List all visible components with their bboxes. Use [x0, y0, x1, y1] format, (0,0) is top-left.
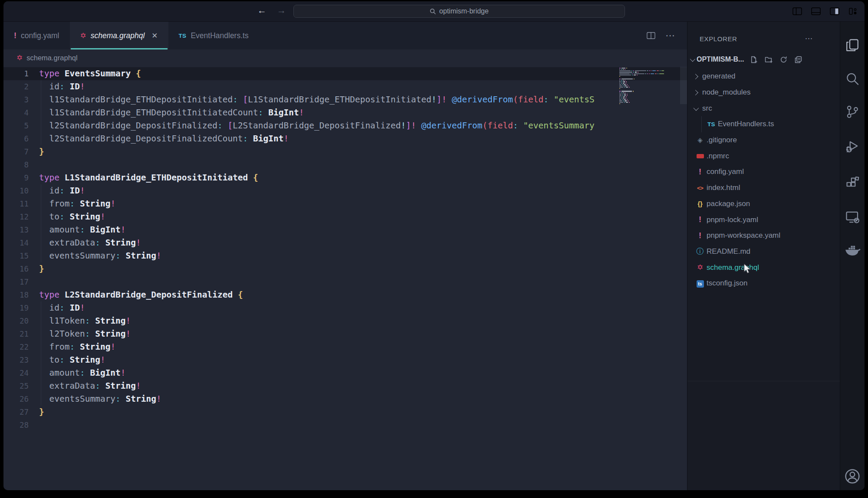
code-line-8[interactable]: 8: [3, 158, 618, 171]
code-line-21[interactable]: 21 l2Token: String!: [3, 328, 618, 341]
gitignore-icon: ◈: [697, 136, 703, 144]
file-pnpm-workspace.yaml[interactable]: !pnpm-workspace.yaml: [687, 228, 840, 244]
line-number: 17: [3, 275, 29, 288]
code-line-19[interactable]: 19 id: ID!: [3, 301, 618, 315]
code-line-10[interactable]: 10 id: ID!: [3, 184, 618, 197]
code-line-17[interactable]: 17: [3, 275, 618, 288]
tree-item-label: .npmrc: [707, 152, 729, 161]
file-tsconfig.json[interactable]: tstsconfig.json: [687, 275, 840, 292]
code-line-13[interactable]: 13 amount: BigInt!: [3, 223, 618, 236]
extensions-icon[interactable]: [845, 175, 860, 190]
code-line-2[interactable]: 2 id: ID!: [3, 80, 618, 93]
code-line-11[interactable]: 11 from: String!: [3, 197, 618, 210]
command-center-search[interactable]: optimism-bridge: [293, 5, 625, 18]
workspace-section-header[interactable]: OPTIMISM-B...: [690, 53, 840, 66]
code-line-16[interactable]: 16}: [3, 262, 618, 275]
code-line-3[interactable]: 3 l1StandardBridge_ETHDepositInitiated: …: [3, 93, 618, 106]
typescript-icon: TS: [707, 121, 715, 128]
code-line-1[interactable]: 1type EventsSummary {: [3, 67, 687, 80]
history-back-icon[interactable]: ←: [257, 5, 266, 16]
tab-config.yaml[interactable]: !config.yaml: [3, 22, 70, 49]
line-number: 1: [3, 67, 29, 80]
split-editor-icon[interactable]: [646, 31, 656, 40]
source-control-icon[interactable]: [845, 104, 860, 119]
file-.gitignore[interactable]: ◈.gitignore: [687, 132, 840, 148]
line-number: 11: [3, 197, 29, 210]
code-line-7[interactable]: 7}: [3, 145, 618, 158]
breadcrumb[interactable]: ✡ schema.graphql: [3, 49, 687, 66]
graphql-icon: ✡: [16, 53, 23, 62]
tree-item-label: src: [702, 104, 712, 113]
breadcrumb-file: schema.graphql: [26, 54, 77, 62]
editor-more-actions-icon[interactable]: ⋯: [665, 30, 675, 41]
code-line-27[interactable]: 27}: [3, 406, 618, 419]
account-icon[interactable]: [844, 468, 861, 485]
file-pnpm-lock.yaml[interactable]: !pnpm-lock.yaml: [687, 212, 840, 228]
file-package.json[interactable]: {}package.json: [687, 196, 840, 212]
collapse-all-icon[interactable]: [795, 56, 802, 63]
docker-icon[interactable]: [844, 244, 861, 259]
new-file-icon[interactable]: [750, 56, 757, 63]
folder-node_modules[interactable]: node_modules: [687, 85, 840, 101]
file-index.html[interactable]: <>index.html: [687, 180, 840, 196]
file-schema.graphql[interactable]: ✡schema.graphql: [687, 259, 840, 275]
remote-explorer-icon[interactable]: [845, 209, 860, 225]
code-editor[interactable]: 1type EventsSummary {2 id: ID!3 l1Standa…: [3, 66, 687, 490]
chevron-right-icon: [693, 74, 698, 79]
code-line-24[interactable]: 24 amount: BigInt!: [3, 367, 618, 380]
code-line-4[interactable]: 4 l1StandardBridge_ETHDepositInitiatedCo…: [3, 106, 618, 119]
file-README.md[interactable]: ⓘREADME.md: [687, 244, 840, 260]
line-number: 19: [3, 301, 29, 315]
json-icon: {}: [697, 200, 703, 207]
explorer-icon[interactable]: [845, 37, 860, 53]
search-icon[interactable]: [845, 71, 860, 86]
file-config.yaml[interactable]: !config.yaml: [687, 164, 840, 180]
minimap[interactable]: [619, 68, 678, 106]
editor-scrollbar[interactable]: [680, 67, 687, 104]
line-number: 7: [3, 145, 29, 158]
code-line-12[interactable]: 12 to: String!: [3, 210, 618, 223]
code-line-25[interactable]: 25 extraData: String!: [3, 380, 618, 393]
line-number: 13: [3, 223, 29, 236]
toggle-primary-sidebar-icon[interactable]: [792, 7, 802, 16]
chevron-right-icon: [693, 90, 698, 95]
code-line-22[interactable]: 22 from: String!: [3, 341, 618, 354]
code-line-5[interactable]: 5 l2StandardBridge_DepositFinalized: [L2…: [3, 119, 618, 132]
file-EventHandlers.ts[interactable]: TSEventHandlers.ts: [687, 116, 840, 132]
line-number: 23: [3, 354, 29, 367]
refresh-icon[interactable]: [780, 56, 787, 63]
line-number: 14: [3, 236, 29, 249]
explorer-more-actions-icon[interactable]: ⋯: [805, 34, 813, 43]
code-line-9[interactable]: 9type L1StandardBridge_ETHDepositInitiat…: [3, 171, 618, 184]
folder-generated[interactable]: generated: [687, 69, 840, 85]
file-.npmrc[interactable]: .npmrc: [687, 148, 840, 164]
tab-schema.graphql[interactable]: ✡schema.graphql✕: [70, 22, 168, 49]
code-line-6[interactable]: 6 l2StandardBridge_DepositFinalizedCount…: [3, 132, 618, 145]
html-icon: <>: [697, 185, 703, 191]
code-line-20[interactable]: 20 l1Token: String!: [3, 315, 618, 328]
customize-layout-icon[interactable]: [848, 7, 858, 16]
code-line-14[interactable]: 14 extraData: String!: [3, 236, 618, 249]
line-number: 5: [3, 119, 29, 132]
line-number: 28: [3, 419, 29, 432]
run-debug-icon[interactable]: [845, 139, 860, 154]
code-line-23[interactable]: 23 to: String!: [3, 354, 618, 367]
tab-EventHandlers.ts[interactable]: TSEventHandlers.ts: [168, 22, 259, 49]
history-forward-icon[interactable]: →: [277, 5, 286, 16]
explorer-title: EXPLORER: [700, 35, 737, 43]
tab-bar: !config.yaml✡schema.graphql✕TSEventHandl…: [3, 22, 687, 49]
tree-item-label: node_modules: [702, 88, 751, 97]
folder-src[interactable]: src: [687, 100, 840, 116]
tree-item-label: package.json: [707, 200, 750, 208]
code-line-26[interactable]: 26 eventsSummary: String!: [3, 393, 618, 406]
code-line-28[interactable]: 28: [3, 419, 618, 432]
new-folder-icon[interactable]: [765, 56, 773, 63]
tab-label: schema.graphql: [91, 31, 145, 40]
toggle-secondary-sidebar-icon[interactable]: [829, 7, 840, 16]
code-line-18[interactable]: 18type L2StandardBridge_DepositFinalized…: [3, 288, 618, 301]
code-line-15[interactable]: 15 eventsSummary: String!: [3, 249, 618, 262]
line-number: 2: [3, 80, 29, 93]
toggle-panel-icon[interactable]: [811, 7, 821, 16]
search-value: optimism-bridge: [439, 7, 489, 15]
close-tab-icon[interactable]: ✕: [151, 31, 158, 40]
